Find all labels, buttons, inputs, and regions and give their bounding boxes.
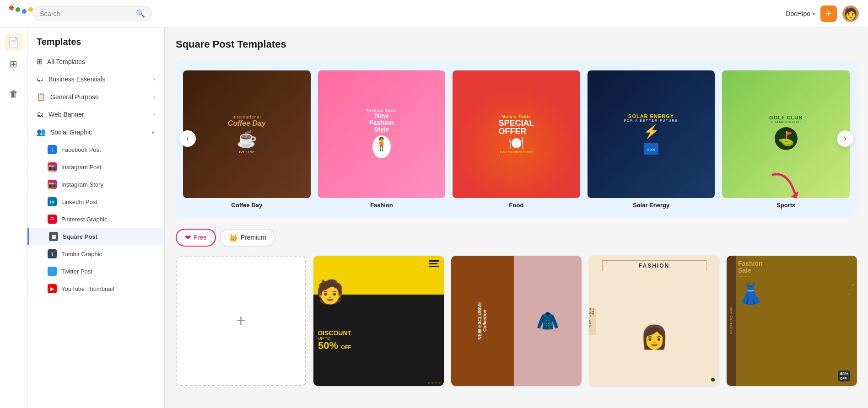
sidebar-item-business-essentials[interactable]: 🗂 Business Essentials ›: [27, 70, 164, 88]
add-template-card[interactable]: +: [176, 256, 306, 386]
carousel-next-button[interactable]: ›: [837, 130, 853, 147]
main-layout: 📄 ⊞ 🗑 Templates ⊞ All Templates 🗂 Busine…: [0, 27, 868, 408]
carousel-label-coffee-day: Coffee Day: [231, 202, 262, 209]
carousel-card-coffee-day[interactable]: International Coffee Day ☕ Get 1 Free Co…: [183, 70, 311, 209]
template-card-exclusive[interactable]: NEW EXCLUSIVECollection 🧥: [451, 256, 582, 386]
carousel-image-fashion: Fashion Show NewFashionStyle 🧍: [318, 70, 446, 198]
grid-icon: ⊞: [37, 57, 43, 66]
topnav-right: DocHipo ▾ + 🧑: [786, 5, 859, 22]
sidebar-item-instagram-story[interactable]: 📷 Instagram Story: [27, 176, 164, 193]
carousel-card-solar-energy[interactable]: SOLAR ENERGY FOR A BETTER FUTURE ⚡ 50% S…: [588, 70, 715, 209]
carousel-label-fashion: Fashion: [370, 202, 393, 209]
carousel-section: ‹ International Coffee Day ☕ Get 1 Free: [176, 59, 857, 218]
carousel-card-food[interactable]: Mom's Table SPECIALOFFER 🍽️ Get 20% Off …: [453, 70, 580, 209]
sidebar-item-youtube-thumbnail[interactable]: ▶ YouTube Thumbnail: [27, 280, 164, 297]
sidebar-item-twitter-post[interactable]: 🐦 Twitter Post: [27, 263, 164, 280]
carousel-image-coffee-day: International Coffee Day ☕ Get 1 Free: [183, 70, 311, 198]
twitter-icon: 🐦: [48, 267, 57, 276]
sidebar-item-all-templates[interactable]: ⊞ All Templates: [27, 53, 164, 70]
avatar[interactable]: 🧑: [842, 5, 859, 22]
square-post-icon: ▦: [49, 232, 58, 241]
web-icon: 🗂: [37, 110, 44, 118]
top-navigation: 🔍 DocHipo ▾ + 🧑: [0, 0, 868, 27]
brand-name[interactable]: DocHipo ▾: [786, 10, 815, 17]
crown-icon: 👑: [229, 233, 238, 242]
premium-tab[interactable]: 👑 Premium: [220, 229, 275, 247]
tumblr-icon: t: [48, 249, 57, 258]
sidebar-title: Templates: [27, 27, 164, 53]
search-box[interactable]: 🔍: [33, 6, 152, 21]
template-card-fashion-sale[interactable]: new Collection FashionSale 〰〰〰 👗 60%OFF …: [727, 256, 857, 386]
filter-tabs: ❤ Free 👑 Premium: [176, 229, 857, 247]
general-icon: 📋: [37, 92, 46, 101]
chevron-down-icon: ∨: [151, 129, 155, 135]
main-content: Square Post Templates ‹ International Co…: [165, 27, 868, 408]
chevron-icon: ›: [153, 94, 155, 100]
template-card-discount[interactable]: DISCOUNT UP TO 50% OFF 🧑: [313, 256, 444, 386]
sidebar-icon-trash[interactable]: 🗑: [5, 85, 23, 103]
carousel-image-solar-energy: SOLAR ENERGY FOR A BETTER FUTURE ⚡ 50%: [588, 70, 715, 198]
sidebar-divider: [7, 79, 21, 79]
business-icon: 🗂: [37, 75, 44, 83]
carousel-image-food: Mom's Table SPECIALOFFER 🍽️ Get 20% Off …: [453, 70, 580, 198]
sidebar-icon-grid[interactable]: ⊞: [5, 55, 23, 73]
chevron-icon: ›: [153, 76, 155, 82]
search-input[interactable]: [40, 10, 132, 17]
heart-icon: ❤: [185, 233, 191, 242]
free-tab[interactable]: ❤ Free: [176, 229, 216, 247]
carousel-label-sports: Sports: [776, 202, 795, 209]
sidebar-item-square-post[interactable]: ▦ Square Post: [27, 228, 164, 245]
sidebar-item-general-purpose[interactable]: 📋 General Purpose ›: [27, 88, 164, 106]
instagram-icon: 📷: [48, 162, 57, 172]
sidebar-item-web-banner[interactable]: 🗂 Web Banner ›: [27, 106, 164, 123]
youtube-icon: ▶: [48, 284, 57, 293]
left-sidebar: Templates ⊞ All Templates 🗂 Business Ess…: [27, 27, 165, 408]
linkedin-icon: in: [48, 197, 57, 206]
sidebar-item-linkedin-post[interactable]: in LinkedIn Post: [27, 193, 164, 210]
carousel-inner: International Coffee Day ☕ Get 1 Free Co…: [183, 70, 850, 209]
search-icon: 🔍: [136, 9, 145, 18]
add-button[interactable]: +: [820, 5, 837, 22]
plus-icon: +: [236, 311, 246, 330]
page-title: Square Post Templates: [176, 38, 857, 50]
chevron-icon: ›: [153, 111, 155, 118]
carousel-card-fashion[interactable]: Fashion Show NewFashionStyle 🧍 Fashion: [318, 70, 446, 209]
pinterest-icon: P: [48, 215, 57, 224]
icon-sidebar: 📄 ⊞ 🗑: [0, 27, 27, 408]
carousel-image-sports: GOLF CLUB CHAMPIONSHIP ⛳: [722, 70, 850, 198]
sidebar-item-tumblr-graphic[interactable]: t Tumblr Graphic: [27, 245, 164, 263]
sidebar-item-pinterest-graphic[interactable]: P Pinterest Graphic: [27, 210, 164, 228]
carousel-label-solar-energy: Solar Energy: [633, 202, 669, 209]
instagram-story-icon: 📷: [48, 180, 57, 189]
sidebar-item-instagram-post[interactable]: 📷 Instagram Post: [27, 158, 164, 176]
app-logo[interactable]: [9, 5, 26, 22]
sidebar-item-facebook-post[interactable]: f Facebook Post: [27, 141, 164, 158]
social-icon: 👥: [37, 128, 46, 136]
facebook-icon: f: [48, 145, 57, 154]
brand-dropdown[interactable]: ▾: [812, 11, 815, 17]
carousel-card-sports[interactable]: GOLF CLUB CHAMPIONSHIP ⛳ Sports: [722, 70, 850, 209]
sidebar-icon-document[interactable]: 📄: [5, 33, 23, 51]
sidebar-item-social-graphic[interactable]: 👥 Social Graphic ∨: [27, 123, 164, 141]
templates-grid: + DISCOUNT UP TO 50% OFF 🧑: [176, 256, 857, 386]
carousel-prev-button[interactable]: ‹: [179, 130, 196, 147]
template-card-fashion-light[interactable]: FASHION DISC. 40% OFF 👩: [589, 256, 719, 386]
carousel-label-food: Food: [509, 202, 524, 209]
